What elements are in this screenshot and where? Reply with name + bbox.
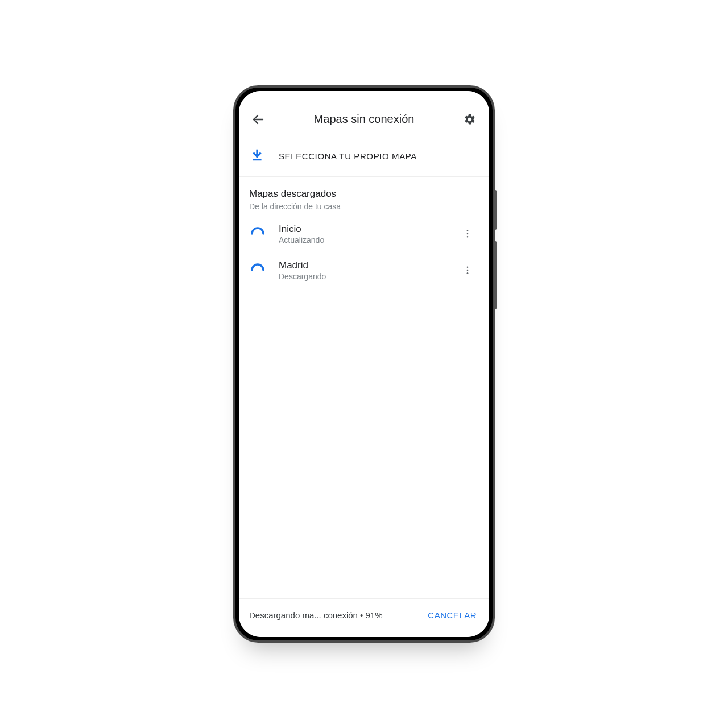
map-name: Inicio [279, 223, 456, 235]
app-bar: Mapas sin conexión [239, 104, 489, 135]
map-list: Inicio Actualizando Madrid Desc [239, 216, 489, 288]
map-status: Descargando [279, 272, 456, 281]
svg-point-6 [467, 266, 469, 268]
content-spacer [239, 288, 489, 598]
svg-marker-1 [254, 154, 261, 158]
download-progress-bar: Descargando ma... conexión • 91% CANCELA… [239, 598, 489, 637]
select-own-map-label: SELECCIONA TU PROPIO MAPA [279, 151, 417, 161]
loading-spinner-icon [249, 225, 266, 242]
phone-hw-button [494, 190, 497, 230]
map-status: Actualizando [279, 235, 456, 245]
svg-point-5 [467, 236, 469, 238]
section-subtitle: De la dirección de tu casa [249, 202, 479, 211]
settings-button[interactable] [458, 108, 481, 131]
svg-point-4 [467, 233, 469, 235]
phone-hw-button [494, 241, 497, 309]
back-button[interactable] [247, 108, 270, 131]
section-title: Mapas descargados [249, 188, 479, 200]
svg-rect-2 [253, 159, 261, 160]
map-name: Madrid [279, 259, 456, 272]
phone-frame: Mapas sin conexión SELECCIONA TU PROPIO … [233, 85, 495, 643]
gear-icon [464, 113, 476, 126]
list-item-texts: Madrid Descargando [279, 259, 456, 281]
arrow-left-icon [251, 113, 265, 126]
screen: Mapas sin conexión SELECCIONA TU PROPIO … [239, 91, 489, 637]
downloaded-maps-section-header: Mapas descargados De la dirección de tu … [239, 177, 489, 216]
page-title: Mapas sin conexión [270, 113, 458, 126]
more-options-button[interactable] [456, 259, 479, 282]
svg-point-8 [467, 272, 469, 274]
kebab-icon [462, 229, 473, 239]
kebab-icon [462, 265, 473, 275]
svg-point-3 [467, 230, 469, 231]
download-icon [249, 148, 265, 164]
list-item[interactable]: Madrid Descargando [239, 252, 489, 288]
svg-point-7 [467, 270, 469, 271]
list-item[interactable]: Inicio Actualizando [239, 216, 489, 252]
loading-spinner-icon [249, 262, 266, 279]
list-item-texts: Inicio Actualizando [279, 223, 456, 245]
select-own-map-button[interactable]: SELECCIONA TU PROPIO MAPA [239, 135, 489, 177]
cancel-button[interactable]: CANCELAR [425, 607, 479, 623]
download-status-text: Descargando ma... conexión • 91% [249, 610, 425, 620]
status-bar [239, 91, 489, 104]
more-options-button[interactable] [456, 222, 479, 245]
